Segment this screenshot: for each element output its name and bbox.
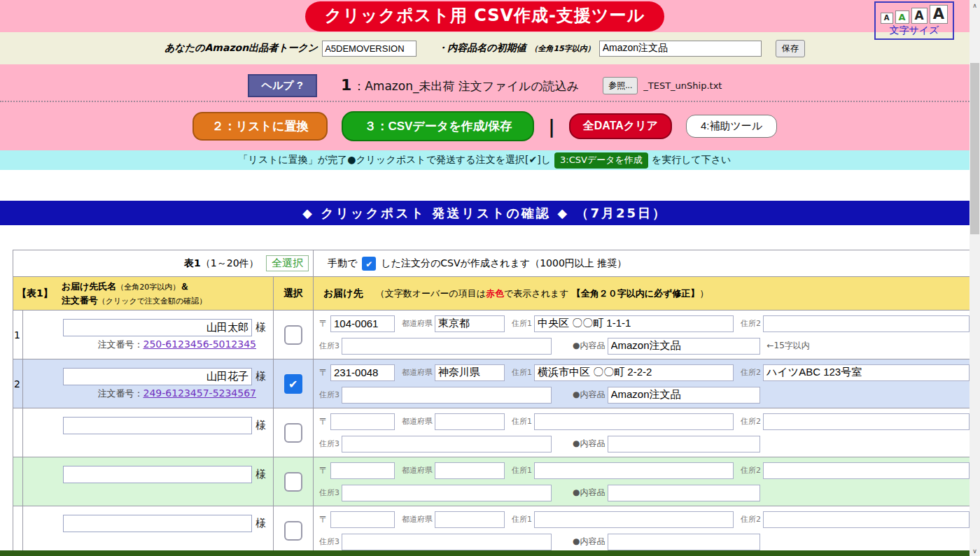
address3-input[interactable] [342, 534, 552, 550]
content-input[interactable] [608, 485, 760, 501]
save-button[interactable]: 保存 [776, 40, 805, 57]
scroll-down-arrow[interactable]: ∨ [969, 546, 980, 556]
order-number-link[interactable]: 249-6123457-5234567 [143, 387, 256, 399]
postal-code-input[interactable] [330, 511, 395, 528]
spacer [0, 170, 969, 201]
address3-label: 住所3 [319, 536, 340, 547]
seller-token-label: あなたのAmazon出品者トークン [164, 42, 318, 55]
address2-input[interactable] [763, 462, 969, 479]
select-checkbox[interactable] [284, 472, 302, 492]
row-number: 1 [13, 311, 23, 359]
select-all-button[interactable]: 全選択 [266, 255, 309, 271]
table-range-label: 表1 [184, 257, 201, 269]
page-content: クリックポスト用 CSV作成-支援ツール A A A A 文字サイズ あなたのA… [0, 0, 969, 556]
seller-token-input[interactable] [322, 41, 416, 57]
font-size-xlarge-button[interactable]: A [930, 5, 948, 24]
address3-label: 住所3 [319, 439, 340, 449]
notice-band: 「リストに置換」が完了●クリックポストで発送する注文を選択[✔]し 3:CSVデ… [0, 150, 969, 170]
recipient-cell: 様 注文番号： [23, 457, 274, 506]
recipient-name-input[interactable] [63, 368, 252, 385]
prefecture-input[interactable] [435, 462, 505, 479]
recipient-name-input[interactable] [63, 319, 252, 336]
address1-input[interactable] [534, 364, 734, 381]
table-range-cell: 表1（1～20件） 全選択 [13, 250, 314, 277]
steps-band: ヘルプ ? 1：Amazon_未出荷 注文ファイルの読込み 参照... _TES… [0, 64, 969, 150]
recipient-name-input[interactable] [63, 466, 252, 483]
address3-input[interactable] [342, 338, 552, 355]
select-cell [274, 457, 314, 506]
address2-input[interactable] [763, 413, 969, 430]
address1-label: 住所1 [512, 416, 532, 427]
select-checkbox[interactable] [284, 521, 302, 541]
vertical-scrollbar[interactable]: ∧ ∨ [969, 0, 980, 556]
create-csv-button[interactable]: ３：CSVデータを作成/保存 [342, 111, 534, 141]
name-column-header: 【表1】 お届け先氏名（全角20字以内）＆ 注文番号（クリックで注文金額の確認） [13, 277, 274, 311]
prefecture-input[interactable] [435, 364, 505, 381]
recipient-name-input[interactable] [63, 515, 252, 532]
font-size-medium-button[interactable]: A [895, 10, 909, 24]
step1-label: 1：Amazon_未出荷 注文ファイルの読込み [341, 76, 579, 94]
content-input[interactable] [608, 387, 760, 404]
address2-input[interactable] [763, 364, 969, 381]
actions-separator: | [548, 116, 555, 137]
auxiliary-tools-button[interactable]: 4:補助ツール [686, 115, 777, 138]
address1-input[interactable] [534, 315, 734, 332]
manual-note-after: した注文分のCSVが作成されます（1000円以上 推奨） [381, 257, 626, 270]
help-button[interactable]: ヘルプ ? [248, 74, 317, 97]
address-cell: 〒 都道府県 住所1 住所2 住所3 ●内容品 [314, 359, 969, 408]
item-name-input[interactable] [599, 41, 762, 57]
select-cell [274, 311, 314, 359]
replace-list-button[interactable]: ２：リストに置換 [192, 112, 328, 141]
prefecture-label: 都道府県 [402, 367, 433, 378]
content-label: ●内容品 [573, 536, 605, 548]
selected-file-name: _TEST_unShip.txt [643, 80, 722, 91]
scroll-up-arrow[interactable]: ∧ [969, 0, 980, 10]
spacer [0, 225, 969, 250]
prefecture-input[interactable] [435, 511, 505, 528]
prefecture-label: 都道府県 [402, 318, 433, 329]
address3-input[interactable] [342, 387, 552, 404]
clear-all-data-button[interactable]: 全DATAクリア [569, 113, 672, 139]
order-number-link[interactable]: 250-6123456-5012345 [143, 338, 256, 350]
address1-input[interactable] [534, 511, 734, 528]
manual-select-checkbox[interactable] [362, 257, 376, 271]
postal-code-input[interactable] [330, 315, 395, 332]
recipient-name-input[interactable] [63, 417, 252, 434]
content-input[interactable] [608, 436, 760, 452]
select-checkbox[interactable] [284, 325, 302, 345]
font-size-small-button[interactable]: A [881, 13, 893, 24]
address-cell: 〒 都道府県 住所1 住所2 住所3 ●内容品 [314, 506, 969, 555]
font-size-large-button[interactable]: A [911, 8, 927, 24]
prefecture-input[interactable] [435, 315, 505, 332]
order-header-note: （クリックで注文金額の確認） [98, 297, 207, 306]
manual-select-note-cell: 手動で した注文分のCSVが作成されます（1000円以上 推奨） [314, 250, 969, 277]
address1-label: 住所1 [512, 367, 532, 378]
content-input[interactable] [608, 534, 760, 550]
address1-input[interactable] [534, 413, 734, 430]
table-label: 【表1】 [17, 287, 53, 300]
content-input[interactable] [608, 338, 760, 355]
file-input-group: 参照... _TEST_unShip.txt [603, 77, 722, 94]
address1-input[interactable] [534, 462, 734, 479]
select-checkbox[interactable] [284, 423, 302, 443]
postal-code-input[interactable] [330, 462, 395, 479]
scrollbar-thumb[interactable] [970, 63, 979, 234]
postal-code-input[interactable] [330, 413, 395, 430]
address3-input[interactable] [342, 436, 552, 452]
step1-number: 1 [341, 76, 351, 94]
address1-label: 住所1 [512, 514, 532, 525]
prefecture-input[interactable] [435, 413, 505, 430]
row-number [13, 506, 23, 555]
page-title: クリックポスト用 CSV作成-支援ツール [305, 1, 664, 31]
select-checkbox[interactable] [284, 374, 302, 394]
order-header-bold: 注文番号 [62, 295, 98, 306]
address2-label: 住所2 [741, 416, 761, 427]
address3-input[interactable] [342, 485, 552, 501]
address-column-header: お届け先 （文字数オーバーの項目は赤色で表示されます 【全角２０字以内に必ず修正… [314, 277, 969, 311]
postal-code-input[interactable] [330, 364, 395, 381]
browse-button[interactable]: 参照... [603, 77, 638, 94]
address1-label: 住所1 [512, 465, 532, 476]
address2-input[interactable] [763, 511, 969, 528]
address2-input[interactable] [763, 315, 969, 332]
content-label: ●内容品 [573, 340, 605, 352]
